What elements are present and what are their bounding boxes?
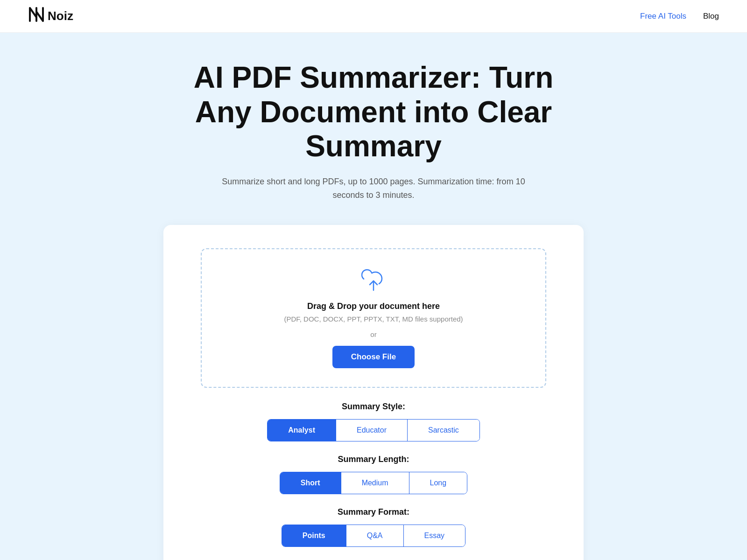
summary-style-group: Analyst Educator Sarcastic <box>267 419 480 441</box>
format-points-button[interactable]: Points <box>282 525 346 546</box>
logo-text: Noiz <box>48 9 73 23</box>
main-nav: Free AI Tools Blog <box>640 12 719 21</box>
upload-icon <box>361 268 386 294</box>
supported-formats: (PDF, DOC, DOCX, PPT, PPTX, TXT, MD file… <box>284 315 463 323</box>
style-educator-button[interactable]: Educator <box>336 420 408 441</box>
upload-zone[interactable]: Drag & Drop your document here (PDF, DOC… <box>201 248 546 388</box>
nav-blog[interactable]: Blog <box>703 12 719 21</box>
summary-style-label: Summary Style: <box>342 402 405 412</box>
format-essay-button[interactable]: Essay <box>404 525 465 546</box>
upload-card: Drag & Drop your document here (PDF, DOC… <box>163 225 584 560</box>
hero-title: AI PDF Summarizer: Turn Any Document int… <box>163 61 584 164</box>
drag-drop-text: Drag & Drop your document here <box>307 301 440 311</box>
or-text: or <box>370 330 376 338</box>
summary-format-group: Points Q&A Essay <box>282 525 465 547</box>
length-medium-button[interactable]: Medium <box>341 472 409 494</box>
header: Noiz Free AI Tools Blog <box>0 0 747 33</box>
choose-file-button[interactable]: Choose File <box>332 346 415 368</box>
main-content: AI PDF Summarizer: Turn Any Document int… <box>0 33 747 560</box>
logo-icon <box>28 6 45 26</box>
logo[interactable]: Noiz <box>28 6 73 26</box>
nav-free-ai-tools[interactable]: Free AI Tools <box>640 12 686 21</box>
length-short-button[interactable]: Short <box>280 472 341 494</box>
hero-subtitle: Summarize short and long PDFs, up to 100… <box>210 175 537 202</box>
format-qa-button[interactable]: Q&A <box>346 525 404 546</box>
summary-length-group: Short Medium Long <box>280 472 467 494</box>
style-sarcastic-button[interactable]: Sarcastic <box>408 420 479 441</box>
style-analyst-button[interactable]: Analyst <box>268 420 336 441</box>
summary-format-label: Summary Format: <box>338 507 409 517</box>
summary-length-label: Summary Length: <box>338 455 409 464</box>
length-long-button[interactable]: Long <box>409 472 467 494</box>
